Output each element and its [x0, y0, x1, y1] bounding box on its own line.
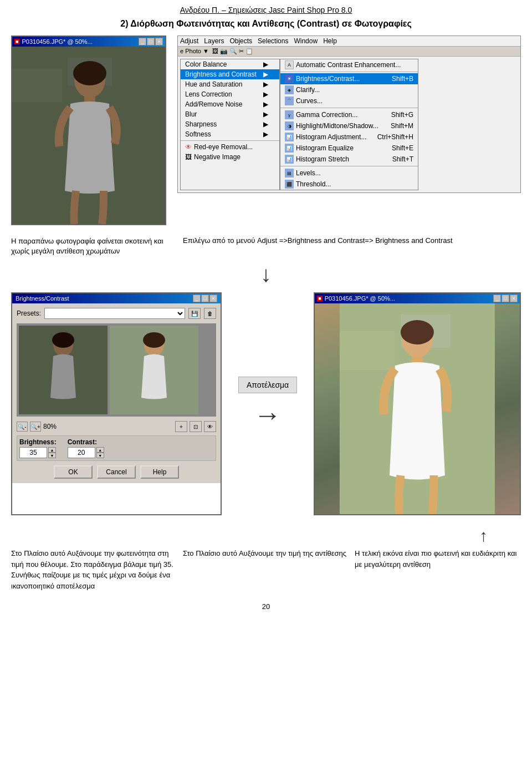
menu-item-add-remove-noise[interactable]: Add/Remove Noise ▶: [181, 99, 279, 109]
photo-minimize-btn[interactable]: _: [139, 38, 146, 45]
bc-win-controls[interactable]: _ □ ×: [193, 295, 217, 302]
negative-icon: 🖼: [185, 153, 192, 161]
gamma-shortcut: Shift+G: [391, 111, 413, 119]
sub-gamma[interactable]: γ Gamma Correction... Shift+G: [280, 109, 418, 120]
contrast-spin: ▲ ▼: [68, 447, 104, 458]
auto-contrast-label: Automatic Contrast Enhancement...: [296, 61, 401, 69]
menu-adjust[interactable]: Adjust: [180, 37, 198, 45]
help-button[interactable]: Help: [140, 465, 179, 479]
histogram-eq-icon: 📊: [285, 144, 294, 153]
sub-histogram-adj[interactable]: 📊 Histogram Adjustment... Ctrl+Shift+H: [280, 131, 418, 143]
result-minimize-btn[interactable]: _: [493, 295, 501, 302]
menu-item-color-balance[interactable]: Color Balance ▶: [181, 59, 279, 69]
presets-label: Presets:: [17, 310, 41, 317]
sub-curves[interactable]: ⌒ Curves...: [280, 95, 418, 106]
sub-histogram-eq[interactable]: 📊 Histogram Equalize Shift+E: [280, 143, 418, 154]
zoom-reset-btn[interactable]: +: [175, 421, 187, 432]
menu-selections[interactable]: Selections: [258, 37, 288, 45]
bc-sub-label: Brightness/Contrast...: [296, 75, 360, 83]
threshold-left: ⬛ Threshold...: [285, 180, 331, 189]
photo-win-controls[interactable]: _ □ ×: [139, 38, 163, 45]
zoom-fit-btn[interactable]: ⊡: [190, 421, 202, 432]
sub-auto-contrast[interactable]: A Automatic Contrast Enhancement...: [280, 59, 418, 70]
controls-row: Brightness: ▲ ▼ Contrast: ▲: [17, 435, 216, 461]
final-caption-text: Η τελική εικόνα είναι πιο φωτεινή και ευ…: [355, 549, 516, 569]
brightness-window: Brightness/Contrast _ □ × Presets: 💾 🗑: [11, 292, 222, 515]
result-win-controls[interactable]: _ □ ×: [493, 295, 518, 302]
preset-save-btn[interactable]: 💾: [188, 308, 201, 319]
menu-item-blur[interactable]: Blur ▶: [181, 109, 279, 119]
bc-title-text: Brightness/Contrast: [16, 295, 69, 302]
menu-window[interactable]: Window: [294, 37, 318, 45]
presets-combo[interactable]: [44, 308, 185, 319]
redeye-icon: 👁: [185, 143, 192, 151]
contrast-arrows: ▲ ▼: [96, 447, 104, 458]
menu-item-redeye[interactable]: 👁 Red-eye Removal...: [181, 142, 279, 152]
ok-button[interactable]: OK: [54, 465, 93, 479]
menu-bar[interactable]: Adjust Layers Objects Selections Window …: [178, 36, 520, 47]
result-svg: [315, 303, 520, 514]
top-caption-row: Η παραπάνω φωτογραφία φαίνεται σκοτεινή …: [11, 236, 521, 256]
brightness-input[interactable]: [19, 447, 47, 458]
sub-threshold[interactable]: ⬛ Threshold...: [280, 179, 418, 190]
histogram-stretch-shortcut: Shift+T: [392, 155, 413, 163]
add-remove-noise-label: Add/Remove Noise: [185, 100, 242, 108]
preset-delete-btn[interactable]: 🗑: [204, 308, 216, 319]
result-close-btn[interactable]: ×: [510, 295, 518, 302]
menu-item-negative[interactable]: 🖼 Negative Image: [181, 152, 279, 162]
zoom-view-btn[interactable]: 👁: [204, 421, 216, 432]
top-row: ■ P0310456.JPG* @ 50%... _ □ ×: [11, 35, 521, 225]
toolbar-row: e Photo ▼ 🖼 📷 🔍 ✂ 📋: [178, 47, 520, 57]
brightness-up-btn[interactable]: ▲: [48, 447, 56, 453]
photo-maximize-btn[interactable]: □: [147, 38, 155, 45]
brightness-down-btn[interactable]: ▼: [48, 453, 56, 458]
preview-before-svg: [19, 326, 108, 414]
levels-icon: ▤: [285, 169, 294, 177]
svg-rect-23: [340, 303, 495, 514]
photo-close-btn[interactable]: ×: [155, 38, 163, 45]
contrast-input[interactable]: [68, 447, 95, 458]
menu-item-sharpness[interactable]: Sharpness ▶: [181, 119, 279, 129]
sub-levels[interactable]: ▤ Levels...: [280, 168, 418, 179]
menu-screenshot: Adjust Layers Objects Selections Window …: [177, 35, 521, 193]
histogram-stretch-icon: 📊: [285, 155, 294, 164]
gamma-label: Gamma Correction...: [296, 111, 357, 119]
zoom-out-btn[interactable]: 🔍-: [17, 422, 28, 432]
add-remove-noise-arrow: ▶: [263, 100, 268, 108]
menu-item-brightness-contrast[interactable]: Brightness and Contrast ▶: [181, 69, 279, 79]
right-arrow-icon: →: [254, 399, 282, 431]
bc-maximize-btn[interactable]: □: [201, 295, 209, 302]
contrast-down-btn[interactable]: ▼: [96, 453, 104, 458]
cancel-button[interactable]: Cancel: [97, 465, 136, 479]
middle-row: Brightness/Contrast _ □ × Presets: 💾 🗑: [11, 292, 521, 515]
bottom-caption-left-text: Στο Πλαίσιο αυτό Αυξάνουμε την φωτεινότη…: [11, 549, 173, 590]
curves-label: Curves...: [296, 97, 323, 105]
menu-item-softness[interactable]: Softness ▶: [181, 129, 279, 139]
caption-left-text: Η παραπάνω φωτογραφία φαίνεται σκοτεινή …: [11, 237, 163, 255]
lens-correction-arrow: ▶: [263, 90, 268, 98]
sub-brightness-contrast[interactable]: ☀ Brightness/Contrast... Shift+B: [280, 73, 418, 84]
menu-item-hue-saturation[interactable]: Hue and Saturation ▶: [181, 79, 279, 89]
histogram-eq-shortcut: Shift+E: [392, 144, 413, 152]
histogram-adj-label: Histogram Adjustment...: [296, 133, 366, 141]
sub-highlight[interactable]: ◑ Highlight/Midtone/Shadow... Shift+M: [280, 120, 418, 131]
menu-layers[interactable]: Layers: [204, 37, 224, 45]
sub-clarify[interactable]: ◈ Clarify...: [280, 84, 418, 95]
blur-arrow: ▶: [263, 110, 268, 118]
bc-icon: ☀: [285, 74, 294, 83]
contrast-up-btn[interactable]: ▲: [96, 447, 104, 453]
sub-histogram-stretch[interactable]: 📊 Histogram Stretch Shift+T: [280, 154, 418, 165]
bc-close-btn[interactable]: ×: [209, 295, 217, 302]
zoom-in-btn[interactable]: 🔍+: [30, 422, 41, 432]
highlight-label: Highlight/Midtone/Shadow...: [296, 122, 378, 130]
preview-after-svg: [110, 326, 198, 414]
auto-contrast-left: A Automatic Contrast Enhancement...: [285, 60, 401, 69]
toolbar-photo-label: e Photo ▼: [180, 48, 209, 55]
brightness-label: Brightness:: [19, 438, 57, 446]
sep1: [181, 140, 279, 141]
menu-item-lens-correction[interactable]: Lens Correction ▶: [181, 89, 279, 99]
menu-help[interactable]: Help: [323, 37, 337, 45]
menu-objects[interactable]: Objects: [229, 37, 252, 45]
bc-minimize-btn[interactable]: _: [193, 295, 201, 302]
result-maximize-btn[interactable]: □: [502, 295, 509, 302]
